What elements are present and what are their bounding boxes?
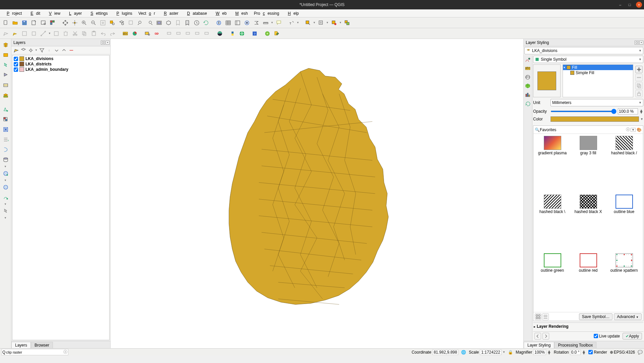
menu-database[interactable]: Database [182, 10, 209, 16]
menu-project[interactable]: Project [1, 10, 24, 16]
add-mesh-layer-icon[interactable] [1, 125, 10, 134]
menu-layer[interactable]: Layer [64, 10, 84, 16]
menu-processing[interactable]: Processing [251, 10, 282, 16]
label-change-icon[interactable] [203, 29, 211, 38]
favorite-item[interactable]: hashed black X [571, 195, 605, 251]
layer-checkbox[interactable] [14, 62, 18, 66]
tab-browser[interactable]: Browser [31, 342, 53, 348]
new-print-layout-icon[interactable] [29, 18, 38, 27]
symbology-tab-icon[interactable] [524, 56, 532, 64]
zoom-full-icon[interactable] [99, 18, 107, 27]
new-memory-layer-icon[interactable] [1, 206, 10, 216]
copy-features-icon[interactable] [80, 29, 89, 38]
select-by-form-icon[interactable] [317, 18, 325, 27]
vertex-tool-icon[interactable] [39, 29, 48, 38]
menu-web[interactable]: Web [210, 10, 230, 16]
favorites-filter-dropdown-icon[interactable]: ▼ [631, 128, 636, 132]
window-minimize-icon[interactable]: – [617, 2, 623, 8]
favorite-item[interactable]: outline xpattern [607, 253, 641, 310]
panel-undock-icon[interactable]: ◻ [101, 41, 105, 45]
label-toolbar-icon[interactable]: abc [152, 29, 161, 38]
rotation-value[interactable]: 0.0 ° [570, 350, 581, 355]
advanced-button[interactable]: Advanced ▼ [614, 313, 642, 320]
menu-vector[interactable]: Vector [136, 10, 158, 16]
menu-raster[interactable]: Raster [158, 10, 181, 16]
renderer-combo[interactable]: Single Symbol ▼ [533, 56, 643, 63]
magnifier-spinner[interactable]: ▲▼ [547, 350, 551, 354]
annotation-dropdown-icon[interactable]: ▼ [297, 21, 300, 24]
opacity-value[interactable]: 100.0 % [618, 108, 638, 114]
layers-tree[interactable]: LKA_divisions LKA_districts LKA_admin_bo… [12, 55, 110, 340]
zoom-out-icon[interactable] [89, 18, 98, 27]
menu-mesh[interactable]: Mesh [230, 10, 250, 16]
python-console-icon[interactable] [228, 29, 237, 38]
layer-checkbox[interactable] [14, 67, 18, 72]
identify-features-icon[interactable]: i [214, 18, 223, 27]
save-edits-icon[interactable] [20, 29, 29, 38]
duplicate-symbol-layer-icon[interactable] [635, 82, 643, 89]
add-spatialite-layer-icon[interactable] [1, 145, 10, 154]
toggle-editing-icon[interactable] [11, 29, 19, 38]
edit-in-place-icon[interactable] [272, 29, 281, 38]
new-virtual-layer-icon[interactable] [1, 81, 10, 90]
add-wms-layer-icon[interactable] [1, 169, 10, 178]
diagram-options-icon[interactable] [130, 29, 139, 38]
tab-layer-styling[interactable]: Layer Styling [524, 342, 554, 348]
memory-layer-dropdown-icon[interactable]: ▼ [4, 216, 7, 219]
delete-selected-icon[interactable] [61, 29, 70, 38]
live-update-checkbox[interactable]: Live update [594, 334, 620, 339]
label-layer-icon[interactable]: abc [121, 29, 130, 38]
expand-all-icon[interactable] [53, 47, 60, 54]
styling-layer-combo[interactable]: LKA_divisions ▼ [524, 47, 643, 54]
favorite-item[interactable]: gradient plasma [535, 136, 569, 193]
open-data-source-manager-icon[interactable] [1, 40, 10, 50]
deselect-dropdown-icon[interactable]: ▼ [339, 21, 342, 24]
masks-tab-icon[interactable]: abc [524, 73, 532, 81]
lock-symbol-layer-icon[interactable] [635, 90, 643, 97]
layer-rendering-section[interactable]: ▸ Layer Rendering [533, 322, 643, 330]
deselect-all-icon[interactable] [330, 18, 338, 27]
show-bookmarks-icon[interactable] [183, 18, 192, 27]
favorite-item[interactable]: outline blue [607, 195, 641, 251]
current-edits-icon[interactable] [1, 29, 10, 38]
metasearch-icon[interactable] [238, 29, 246, 38]
add-wfs-layer-icon[interactable] [1, 183, 10, 192]
tree-node-fill[interactable]: ▾ Fill [563, 65, 633, 70]
refresh-icon[interactable] [202, 18, 210, 27]
zoom-to-layer-icon[interactable] [117, 18, 126, 27]
clear-search-icon[interactable]: ⓧ [626, 127, 630, 133]
color-picker[interactable] [551, 116, 639, 122]
remove-symbol-layer-icon[interactable] [635, 74, 643, 81]
label-highlight-icon[interactable] [143, 29, 152, 38]
measure-dropdown-icon[interactable]: ▼ [271, 21, 274, 24]
symbol-layers-tree[interactable]: ▾ Fill Simple Fill [563, 64, 633, 97]
select-features-icon[interactable] [304, 18, 312, 27]
select-by-location-icon[interactable] [343, 18, 351, 27]
color-dropdown-icon[interactable]: ▼ [640, 117, 643, 121]
tab-processing-toolbox[interactable]: Processing Toolbox [554, 342, 596, 348]
temporal-controller-icon[interactable] [192, 18, 201, 27]
add-symbol-layer-icon[interactable] [635, 66, 643, 73]
filter-legend-expression-icon[interactable]: ε [46, 47, 53, 54]
pan-to-selection-icon[interactable] [70, 18, 79, 27]
render-checkbox[interactable]: Render [588, 350, 607, 355]
favorite-item[interactable]: hashed black \ [535, 195, 569, 251]
coordinate-value[interactable]: 81.982,9.898 [432, 350, 458, 355]
collapse-all-icon[interactable] [61, 47, 67, 54]
save-symbol-button[interactable]: Save Symbol… [579, 313, 613, 320]
plugin-shell-icon[interactable] [215, 29, 224, 38]
panel-close-icon[interactable]: × [106, 41, 110, 45]
favorite-item[interactable]: gray 3 fill [571, 136, 605, 193]
new-map-view-icon[interactable] [155, 18, 164, 27]
opacity-slider[interactable] [551, 111, 617, 112]
label-pin-icon[interactable] [165, 29, 174, 38]
apply-button[interactable]: ✔Apply [623, 333, 642, 340]
locator-input[interactable] [6, 350, 63, 354]
clear-locator-icon[interactable]: ⓧ [63, 349, 67, 355]
menu-settings[interactable]: Settings [85, 10, 110, 16]
history-tab-icon[interactable] [524, 99, 532, 107]
map-canvas[interactable] [111, 39, 523, 348]
add-virtual-layer-icon[interactable] [1, 155, 10, 164]
add-raster-layer-icon[interactable] [1, 115, 10, 124]
layer-checkbox[interactable] [14, 57, 18, 61]
